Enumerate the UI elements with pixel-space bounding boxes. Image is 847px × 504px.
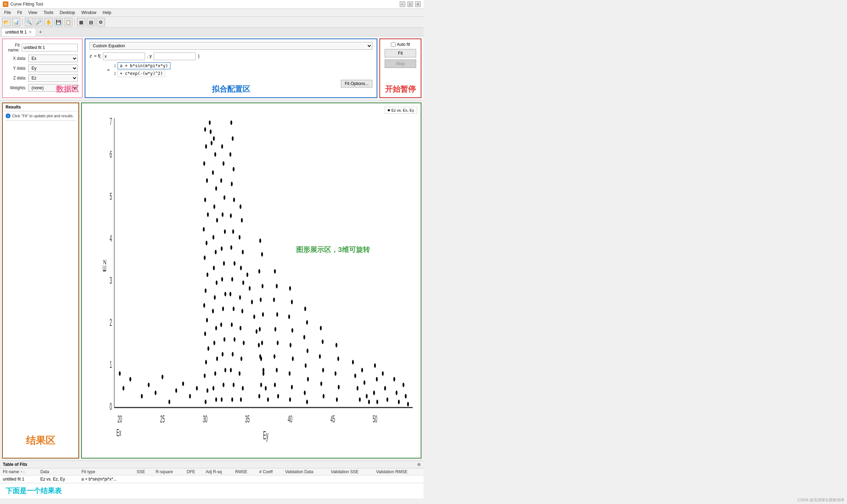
col-r-square[interactable]: R-square <box>153 468 184 476</box>
menu-file[interactable]: File <box>1 9 14 16</box>
svg-point-186 <box>352 360 354 364</box>
svg-point-165 <box>148 383 149 387</box>
svg-point-126 <box>276 368 278 372</box>
equation-type-select[interactable]: Custom Equation <box>90 42 372 50</box>
x-data-select[interactable]: Ex <box>28 55 78 62</box>
svg-point-148 <box>319 354 321 359</box>
toolbar-save-btn[interactable]: 💾 <box>54 18 63 26</box>
svg-point-181 <box>258 343 260 348</box>
annotation-text: 下面是一个结果表 <box>6 487 62 495</box>
svg-point-89 <box>232 352 233 357</box>
toolbar-pan-btn[interactable]: ✋ <box>44 18 53 26</box>
cell-fit-name: untitled fit 1 <box>0 476 37 483</box>
auto-fit-checkbox[interactable] <box>391 42 396 47</box>
svg-point-162 <box>122 386 124 391</box>
svg-point-97 <box>240 266 242 270</box>
svg-point-80 <box>230 214 232 218</box>
eq-x-input[interactable] <box>103 52 145 60</box>
tab-add-btn[interactable]: + <box>36 28 44 36</box>
svg-text:1: 1 <box>110 359 112 370</box>
col-fit-name[interactable]: Fit name ↑ <box>0 468 37 476</box>
equation-region-label: 拟合配置区 <box>212 84 250 94</box>
svg-point-130 <box>291 300 293 304</box>
col-adj-rsq[interactable]: Adj R-sq <box>203 468 232 476</box>
eq-line1-num: 1 <box>112 64 116 68</box>
svg-point-109 <box>258 269 260 274</box>
fit-btn[interactable]: Fit <box>385 49 416 57</box>
chart-section[interactable]: Ez vs. Ex, Ey 图形展示区，3维可旋转 0 1 2 3 4 5 6 <box>81 103 421 458</box>
svg-point-149 <box>322 368 324 372</box>
eq-line2-input[interactable]: + c*exp(-(w*y)^2) <box>118 70 166 77</box>
svg-point-23 <box>206 178 208 183</box>
results-title: Results <box>3 103 78 111</box>
cell-r-square <box>153 476 184 483</box>
svg-point-77 <box>233 167 234 172</box>
stop-btn[interactable]: Stop <box>385 59 416 68</box>
svg-text:7: 7 <box>110 116 112 127</box>
eq-equals2-label: = <box>107 67 110 72</box>
col-num-coeff[interactable]: # Coeff <box>257 468 282 476</box>
svg-point-73 <box>221 397 223 402</box>
svg-point-37 <box>206 388 208 393</box>
weights-label: Weights: <box>7 85 26 90</box>
svg-text:Ex: Ex <box>117 427 121 438</box>
svg-point-188 <box>357 386 358 391</box>
menu-fit[interactable]: Fit <box>14 9 24 16</box>
fit-name-input[interactable] <box>22 44 78 51</box>
toolbar-zoom-in-btn[interactable]: 🔍 <box>25 18 33 26</box>
svg-point-170 <box>182 382 184 386</box>
svg-point-166 <box>155 391 156 395</box>
results-section: Results i Click "Fit" to update plot and… <box>2 103 79 458</box>
toolbar-print-btn[interactable]: 📋 <box>64 18 72 26</box>
toolbar-grid1-btn[interactable]: ▦ <box>77 18 85 26</box>
svg-point-156 <box>336 397 338 402</box>
svg-point-43 <box>214 204 215 209</box>
maximize-btn[interactable]: □ <box>407 1 413 7</box>
svg-point-36 <box>204 373 205 378</box>
close-btn[interactable]: × <box>415 1 421 7</box>
svg-point-25 <box>207 212 209 217</box>
svg-text:35: 35 <box>245 413 250 425</box>
menu-window[interactable]: Window <box>79 9 99 16</box>
tab-label: untitled fit 1 <box>5 30 27 35</box>
menu-tools[interactable]: Tools <box>41 9 56 16</box>
col-dfe[interactable]: DFE <box>184 468 203 476</box>
col-val-rmse[interactable]: Validation RMSE <box>373 468 424 476</box>
toolbar-chart-btn[interactable]: 📊 <box>12 18 20 26</box>
eq-line1-input[interactable]: a + b*sin(m*pi*x*y) <box>118 62 170 69</box>
minimize-btn[interactable]: − <box>400 1 405 7</box>
svg-point-27 <box>205 241 207 245</box>
menu-desktop[interactable]: Desktop <box>57 9 78 16</box>
tab-untitled-fit-1[interactable]: untitled fit 1 ✕ <box>1 28 36 36</box>
eq-comma-label: , y <box>147 52 152 58</box>
col-data[interactable]: Data <box>37 468 79 476</box>
svg-point-167 <box>162 374 163 379</box>
svg-point-103 <box>240 357 242 361</box>
svg-point-133 <box>289 343 291 348</box>
svg-point-142 <box>305 363 307 368</box>
svg-point-145 <box>306 400 308 404</box>
menu-bar: File Fit View Tools Desktop Window Help <box>0 9 424 17</box>
tab-close-btn[interactable]: ✕ <box>28 30 32 34</box>
z-data-select[interactable]: Ez <box>28 74 78 82</box>
fit-options-btn[interactable]: Fit Options... <box>341 80 372 88</box>
svg-point-32 <box>206 318 208 322</box>
svg-point-123 <box>274 327 276 331</box>
col-val-data[interactable]: Validation Data <box>282 468 328 476</box>
svg-point-63 <box>221 246 223 251</box>
toolbar-toggle-btn[interactable]: ⚙ <box>97 18 105 26</box>
y-data-select[interactable]: Ey <box>28 64 78 72</box>
menu-view[interactable]: View <box>26 9 40 16</box>
toolbar-open-btn[interactable]: 📂 <box>2 18 10 26</box>
col-rmse[interactable]: RMSE <box>232 468 257 476</box>
data-region-label: 数据区 <box>56 84 79 94</box>
eq-y-input[interactable] <box>154 52 196 60</box>
table-scroll-btn[interactable]: ⊕ <box>417 462 421 467</box>
col-fit-type[interactable]: Fit type <box>79 468 134 476</box>
col-sse[interactable]: SSE <box>134 468 153 476</box>
svg-point-114 <box>261 341 263 345</box>
toolbar-grid2-btn[interactable]: ▤ <box>87 18 95 26</box>
toolbar-zoom-out-btn[interactable]: 🔎 <box>35 18 43 26</box>
col-val-sse[interactable]: Validation SSE <box>328 468 373 476</box>
menu-help[interactable]: Help <box>100 9 114 16</box>
